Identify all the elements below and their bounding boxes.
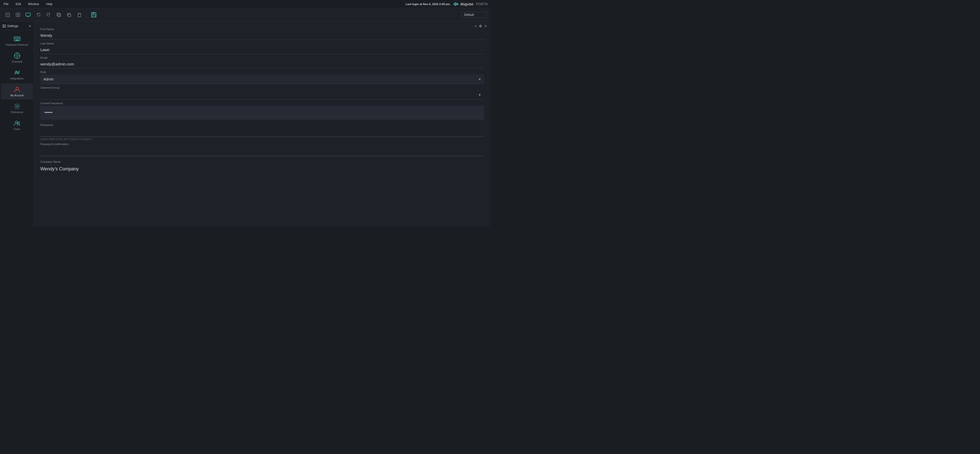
expand-button[interactable]: + (474, 24, 477, 29)
sidebar-item-preference[interactable]: Preference (1, 100, 33, 116)
my-account-icon (14, 86, 21, 93)
brand-product: PORTA (476, 2, 488, 6)
preference-icon (14, 103, 21, 110)
svg-rect-23 (15, 39, 16, 40)
company-name-label: Company Name (40, 160, 484, 163)
role-select-wrapper: Admin User Guest ▼ (40, 75, 484, 84)
role-field: Role Admin User Guest ▼ (40, 70, 484, 84)
monitor-button[interactable] (24, 10, 33, 19)
sidebar-item-channels[interactable]: Channels (1, 49, 33, 66)
password-input[interactable] (40, 127, 484, 137)
svg-point-36 (15, 121, 18, 123)
svg-point-29 (16, 55, 18, 57)
channel-group-field: Channel Group ▼ (40, 86, 484, 100)
menu-edit[interactable]: Edit (14, 1, 22, 7)
password-confirmation-field: Password confirmation (40, 143, 484, 156)
current-password-wrapper (40, 106, 484, 119)
sidebar-item-my-account[interactable]: My Account (1, 83, 33, 100)
sidebar-item-keyboard-shortcuts-label: Keyboard Shortcuts (6, 43, 29, 46)
password-confirmation-input[interactable] (40, 147, 484, 156)
email-field: Email wendy@admin.com (40, 56, 484, 68)
settings-title-group: Settings (3, 24, 18, 28)
duplicate-button[interactable] (64, 10, 73, 19)
sidebar-item-integrations-label: Integrations (10, 77, 24, 80)
menu-help[interactable]: Help (45, 1, 54, 7)
svg-rect-19 (15, 38, 16, 38)
channel-group-wrapper: ▼ (40, 90, 484, 100)
sidebar-item-users-label: Users (14, 128, 20, 131)
paste-button[interactable] (75, 10, 84, 19)
integrations-icon (14, 69, 21, 76)
copy-frame-button[interactable] (54, 10, 64, 19)
monitor-icon (25, 13, 31, 17)
channel-group-select[interactable] (40, 90, 484, 99)
new-document-button[interactable] (3, 10, 12, 19)
current-password-input[interactable] (42, 108, 482, 117)
paste-icon (77, 13, 81, 17)
email-label: Email (40, 56, 484, 59)
sidebar-item-integrations[interactable]: Integrations (1, 67, 33, 83)
password-confirmation-wrapper (40, 147, 484, 156)
save-icon (91, 12, 97, 18)
password-label: Password (40, 123, 484, 126)
svg-rect-17 (92, 15, 95, 17)
add-icon (16, 13, 20, 17)
menu-bar-right: Last login at Nov 6, 2023 2:09 pm. disgu… (406, 2, 488, 6)
password-field-wrapper (40, 127, 484, 137)
form-area: + ✥ × First Name Wendy Last Name Lawn Em… (34, 21, 490, 227)
settings-label: Settings (7, 24, 18, 28)
duplicate-icon (67, 13, 71, 17)
undo-button[interactable] (34, 10, 43, 19)
svg-rect-22 (19, 38, 19, 38)
menu-file[interactable]: File (2, 1, 10, 7)
main-area: Settings ✕ (0, 21, 490, 227)
toolbar-right: Default (461, 12, 487, 18)
svg-rect-16 (93, 13, 94, 14)
menu-window[interactable]: Window (27, 1, 41, 7)
first-name-field: First Name Wendy (40, 28, 484, 40)
sidebar-item-my-account-label: My Account (11, 94, 24, 97)
settings-header: Settings ✕ (0, 21, 34, 31)
new-document-icon (5, 13, 10, 17)
move-button[interactable]: ✥ (479, 24, 482, 29)
svg-rect-27 (16, 40, 19, 41)
svg-point-37 (18, 122, 19, 124)
svg-rect-5 (26, 13, 30, 16)
svg-point-35 (16, 105, 18, 107)
toolbar: Default (0, 8, 490, 21)
sidebar-item-users[interactable]: Users (1, 117, 33, 133)
last-name-field: Last Name Lawn (40, 42, 484, 54)
channels-icon (14, 52, 21, 59)
copy-frame-icon (56, 13, 61, 17)
company-name-value: Wendy's Company (40, 164, 484, 174)
password-confirmation-label: Password confirmation (40, 143, 484, 146)
brand-bars-icon (454, 2, 458, 6)
keyboard-icon (14, 35, 21, 42)
brand-name: disguise (460, 2, 473, 6)
current-password-field: Current Password (40, 102, 484, 119)
redo-button[interactable] (44, 10, 53, 19)
email-value: wendy@admin.com (40, 60, 484, 68)
first-name-label: First Name (40, 28, 484, 31)
svg-rect-24 (16, 39, 17, 40)
users-icon (14, 119, 21, 127)
first-name-value: Wendy (40, 32, 484, 40)
save-button[interactable] (89, 10, 99, 19)
role-select[interactable]: Admin User Guest (40, 75, 484, 84)
password-hint: Leave blank if you don't want to change … (40, 137, 484, 140)
current-password-label: Current Password (40, 102, 484, 105)
undo-icon (36, 13, 41, 17)
close-form-button[interactable]: × (484, 24, 487, 29)
last-name-value: Lawn (40, 46, 484, 54)
add-button[interactable] (13, 10, 22, 19)
role-label: Role (40, 70, 484, 73)
svg-rect-13 (78, 13, 80, 14)
default-select[interactable]: Default (461, 12, 487, 18)
toolbar-separator (86, 11, 87, 18)
sidebar-item-keyboard-shortcuts[interactable]: Keyboard Shortcuts (1, 33, 33, 49)
svg-rect-11 (68, 14, 71, 17)
svg-rect-9 (58, 14, 60, 17)
form-area-header: + ✥ × (474, 24, 487, 29)
svg-rect-8 (57, 13, 60, 16)
settings-close-button[interactable]: ✕ (29, 24, 32, 28)
